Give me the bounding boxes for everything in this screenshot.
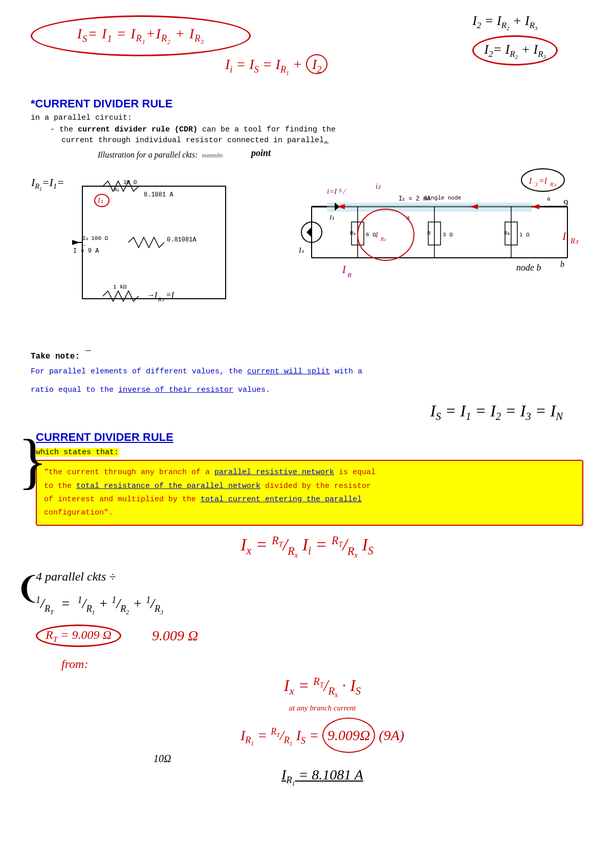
cdr-section-heading: CURRENT DIVIDER RULE [36,431,583,444]
quote-line3-pre: of interest and multiplied by the [44,495,201,504]
oval-9009: 9.009Ω [322,718,375,753]
cdr-title-heading: *CURRENT DIVIDER RULE [31,97,583,110]
top-equations-section: IS= I1 = IR1+IR2 + IR3 I2 = IR2 + IR3 I2… [31,10,583,92]
parallel-ckts-label: 4 parallel ckts ÷ [36,570,583,584]
illustration-label: Illustration for a parallel ckts: mmm8n [98,150,223,160]
svg-text:S: S [339,187,342,193]
svg-text:R₃: R₃ [158,296,164,302]
svg-text:Iₛ: Iₛ [298,247,304,254]
svg-text:I₂  100 Ω: I₂ 100 Ω [82,235,108,241]
point-label: point [251,148,271,159]
big-eq-row: IS = I1 = I2 = I3 = IN [31,402,583,422]
quote-line1-pre: "the current through any branch of a [44,468,214,477]
right-circuit-area: Iₛ Single node a I₁ I₂ = 2 mA a R₁ 6 Ω [296,155,583,324]
from-label: from: [61,657,583,671]
svg-text:I = 9 A: I = 9 A [73,248,99,255]
quote-blue3: total current entering the parallel [201,495,362,504]
left-brace: } [18,431,48,492]
bullet-line2: current through individual resistor conn… [61,136,583,145]
rt-oval: RT = 9.009 Ω [36,625,121,648]
cdr-main-section: } CURRENT DIVIDER RULE which states that… [31,431,583,526]
right-circuit-svg: Iₛ Single node a I₁ I₂ = 2 mA a R₁ 6 Ω [296,155,583,324]
quote-line2-pre: to the [44,482,76,491]
svg-text:→: → [82,242,85,248]
svg-text:I: I [342,264,346,275]
quote-blue2: total resistance of the parallel network [76,482,260,491]
big-equation: IS = I1 = I2 = I3 = IN [430,402,563,422]
which-states-text: which states that: [36,448,583,457]
parallel-ckts-section: ❨ 4 parallel ckts ÷ 1/RT = 1/R1 + 1/R2 +… [31,570,583,647]
cdr-content: CURRENT DIVIDER RULE which states that: … [36,431,583,526]
svg-text:I₁: I₁ [97,197,103,205]
svg-text:1 kΩ: 1 kΩ [113,284,127,290]
oval-right-eq: I2= IR2 + IR3 [472,35,558,65]
quote-line2-suf: divided by the resistor [260,482,371,491]
cdr-formula-row: Ix = RT/Rx Ii = RT/Rx IS [31,534,583,560]
svg-text:b: b [560,260,564,269]
top-right-eq1: I2 = IR2 + IR3 [472,10,558,33]
top-right-equations: I2 = IR2 + IR3 I2= IR2 + IR3 [472,10,558,65]
svg-text:I: I [562,230,567,242]
oval-left-eq: IS= I1 = IR1+IR2 + IR3 [77,26,205,46]
quote-blue1: parallel resistive network [214,468,334,477]
oval-left: IS= I1 = IR1+IR2 + IR3 [31,15,251,56]
svg-text:a: a [547,196,551,202]
svg-text:I: I [529,176,532,185]
from-section: from: Ix = RT/Rx · IS at any branch curr… [61,657,583,787]
svg-text:8.1081 A: 8.1081 A [144,191,173,198]
svg-text:→I: →I [146,291,158,299]
inverse-resistor: inverse of their resistor [118,386,233,394]
take-note-section: Take note: ¯ For parallel elements of di… [31,349,583,396]
bullet-line1: - the current divider rule (CDR) can be … [41,125,583,134]
parallel-eq1: 1/RT = 1/R1 + 1/R2 + 1/R3 [36,588,583,619]
final-answer: IR1 = 8.1081 A [61,767,583,787]
svg-text:I: I [375,231,379,239]
rt-value-row: RT = 9.009 Ω 9.009 Ω [36,625,583,648]
ir1-annotation: IR1=I1= [31,176,64,192]
blue-text-1: For parallel elements of different value… [31,365,583,379]
svg-text:I₁: I₁ [329,213,334,221]
page: IS= I1 = IR1+IR2 + IR3 I2 = IR2 + IR3 I2… [0,0,614,868]
svg-text:R: R [347,271,352,279]
circled-i2: I2 [306,54,327,74]
which-states-highlight: which states that: [36,448,119,457]
svg-rect-0 [82,186,226,299]
blue-text-2: ratio equal to the inverse of their resi… [31,384,583,397]
cdr-bold: current divider rule (CDR) [78,125,198,134]
any-branch-note: at any branch current [61,704,583,713]
parallel-content: 4 parallel ckts ÷ 1/RT = 1/R1 + 1/R2 + 1… [36,570,583,647]
svg-text:=I: =I [539,176,547,185]
svg-text:0.81081A: 0.81081A [167,236,196,243]
svg-text:i=I: i=I [327,187,337,195]
svg-text:R: R [427,230,431,236]
svg-text:i₂: i₂ [376,182,381,190]
squig-decoration: ❨ [15,570,41,606]
current-will-split: current will split [247,367,330,376]
svg-marker-22 [306,227,312,237]
svg-text:1 Ω: 1 Ω [519,232,530,238]
quote-line4: configuration". [44,508,113,517]
cdr-formula: Ix = RT/Rx Ii = RT/Rx IS [240,534,374,560]
take-note-label: Take note: ¯ [31,349,583,361]
svg-text:R₁: R₁ [350,230,356,236]
ir1-calculation: IR1 = RT/R1 IS = 9.009Ω (9A) [61,718,583,753]
inline-eq-top: Ii = IS = IR1 + I2 [225,56,327,77]
svg-text:3 Ω: 3 Ω [443,232,453,238]
svg-text:⁄: ⁄ [342,187,347,195]
svg-marker-3 [72,240,80,245]
svg-text:3: 3 [534,181,538,187]
illustration-section: Illustration for a parallel ckts: mmm8n … [31,150,583,344]
heading-section: *CURRENT DIVIDER RULE in a parallel circ… [31,97,583,122]
svg-text:9: 9 [563,198,568,209]
svg-text:6 Ω: 6 Ω [366,232,376,238]
left-circuit-svg: I = 9 A 10 Ω R₁ I₁ 8.1081 A I₂ 100 Ω → 0… [72,166,246,314]
svg-text:R₃: R₃ [550,181,556,187]
subtitle-parallel: in a parallel circuit: [31,114,583,122]
svg-text:=I: =I [166,291,174,299]
svg-text:R₃: R₃ [570,237,579,245]
cdr-quote-block: "the current through any branch of a par… [36,460,583,526]
svg-marker-55 [532,204,539,209]
svg-text:I₂ = 2 mA: I₂ = 2 mA [399,195,431,203]
rt-value-right: 9.009 Ω [152,628,198,644]
denominator-10: 10Ω [154,753,583,765]
